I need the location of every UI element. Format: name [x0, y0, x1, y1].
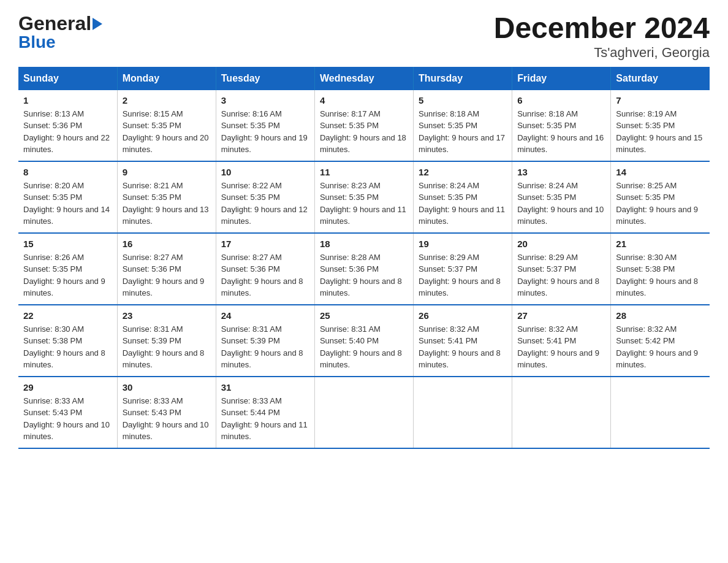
calendar-day-cell: 4 Sunrise: 8:17 AM Sunset: 5:35 PM Dayli… — [314, 90, 413, 161]
logo-blue-text: Blue — [18, 33, 102, 52]
day-number: 22 — [23, 310, 112, 321]
day-info: Sunrise: 8:31 AM Sunset: 5:39 PM Dayligh… — [221, 323, 309, 371]
day-info: Sunrise: 8:18 AM Sunset: 5:35 PM Dayligh… — [419, 108, 507, 156]
day-of-week-header: Monday — [117, 67, 216, 90]
calendar-day-cell: 30 Sunrise: 8:33 AM Sunset: 5:43 PM Dayl… — [117, 377, 216, 448]
day-of-week-header: Thursday — [414, 67, 512, 90]
day-info: Sunrise: 8:24 AM Sunset: 5:35 PM Dayligh… — [517, 180, 605, 228]
day-info: Sunrise: 8:21 AM Sunset: 5:35 PM Dayligh… — [123, 180, 211, 228]
day-number: 18 — [320, 239, 408, 249]
day-info: Sunrise: 8:15 AM Sunset: 5:35 PM Dayligh… — [123, 108, 211, 156]
calendar-day-cell: 14 Sunrise: 8:25 AM Sunset: 5:35 PM Dayl… — [611, 161, 710, 233]
day-number: 7 — [616, 95, 705, 105]
day-of-week-header: Saturday — [611, 67, 710, 90]
calendar-day-cell: 21 Sunrise: 8:30 AM Sunset: 5:38 PM Dayl… — [611, 233, 710, 305]
day-of-week-header: Tuesday — [216, 67, 314, 90]
day-number: 19 — [419, 239, 507, 249]
day-number: 31 — [221, 382, 309, 393]
day-info: Sunrise: 8:30 AM Sunset: 5:38 PM Dayligh… — [616, 251, 705, 299]
day-number: 3 — [221, 95, 309, 105]
logo-arrow-icon — [93, 18, 102, 30]
day-info: Sunrise: 8:23 AM Sunset: 5:35 PM Dayligh… — [320, 180, 408, 228]
calendar-week-row: 22 Sunrise: 8:30 AM Sunset: 5:38 PM Dayl… — [18, 305, 710, 377]
calendar-day-cell — [512, 377, 611, 448]
calendar-day-cell: 15 Sunrise: 8:26 AM Sunset: 5:35 PM Dayl… — [18, 233, 117, 305]
calendar-day-cell: 25 Sunrise: 8:31 AM Sunset: 5:40 PM Dayl… — [314, 305, 413, 377]
calendar-day-cell — [414, 377, 512, 448]
calendar-day-cell: 1 Sunrise: 8:13 AM Sunset: 5:36 PM Dayli… — [18, 90, 117, 161]
day-number: 24 — [221, 310, 309, 321]
calendar-week-row: 15 Sunrise: 8:26 AM Sunset: 5:35 PM Dayl… — [18, 233, 710, 305]
day-number: 29 — [23, 382, 112, 393]
logo-general-text: General — [18, 12, 91, 35]
calendar-title: December 2024 — [494, 12, 710, 45]
day-number: 23 — [123, 310, 211, 321]
day-number: 17 — [221, 239, 309, 249]
calendar-day-cell: 31 Sunrise: 8:33 AM Sunset: 5:44 PM Dayl… — [216, 377, 314, 448]
day-info: Sunrise: 8:19 AM Sunset: 5:35 PM Dayligh… — [616, 108, 705, 156]
day-number: 4 — [320, 95, 408, 105]
calendar-day-cell: 29 Sunrise: 8:33 AM Sunset: 5:43 PM Dayl… — [18, 377, 117, 448]
day-number: 5 — [419, 95, 507, 105]
day-info: Sunrise: 8:32 AM Sunset: 5:41 PM Dayligh… — [419, 323, 507, 371]
day-number: 25 — [320, 310, 408, 321]
day-number: 13 — [517, 167, 605, 177]
day-number: 16 — [123, 239, 211, 249]
calendar-day-cell: 11 Sunrise: 8:23 AM Sunset: 5:35 PM Dayl… — [314, 161, 413, 233]
day-info: Sunrise: 8:22 AM Sunset: 5:35 PM Dayligh… — [221, 180, 309, 228]
day-number: 2 — [123, 95, 211, 105]
day-info: Sunrise: 8:29 AM Sunset: 5:37 PM Dayligh… — [419, 251, 507, 299]
calendar-day-cell: 7 Sunrise: 8:19 AM Sunset: 5:35 PM Dayli… — [611, 90, 710, 161]
calendar-day-cell: 9 Sunrise: 8:21 AM Sunset: 5:35 PM Dayli… — [117, 161, 216, 233]
day-number: 20 — [517, 239, 605, 249]
calendar-day-cell: 6 Sunrise: 8:18 AM Sunset: 5:35 PM Dayli… — [512, 90, 611, 161]
calendar-header-row: SundayMondayTuesdayWednesdayThursdayFrid… — [18, 67, 710, 90]
day-info: Sunrise: 8:32 AM Sunset: 5:42 PM Dayligh… — [616, 323, 705, 371]
day-info: Sunrise: 8:20 AM Sunset: 5:35 PM Dayligh… — [23, 180, 112, 228]
day-number: 11 — [320, 167, 408, 177]
day-number: 8 — [23, 167, 112, 177]
day-info: Sunrise: 8:28 AM Sunset: 5:36 PM Dayligh… — [320, 251, 408, 299]
day-info: Sunrise: 8:32 AM Sunset: 5:41 PM Dayligh… — [517, 323, 605, 371]
calendar-day-cell: 13 Sunrise: 8:24 AM Sunset: 5:35 PM Dayl… — [512, 161, 611, 233]
calendar-day-cell: 19 Sunrise: 8:29 AM Sunset: 5:37 PM Dayl… — [414, 233, 512, 305]
day-info: Sunrise: 8:33 AM Sunset: 5:43 PM Dayligh… — [123, 395, 211, 443]
day-of-week-header: Sunday — [18, 67, 117, 90]
day-info: Sunrise: 8:31 AM Sunset: 5:40 PM Dayligh… — [320, 323, 408, 371]
day-info: Sunrise: 8:27 AM Sunset: 5:36 PM Dayligh… — [221, 251, 309, 299]
day-info: Sunrise: 8:13 AM Sunset: 5:36 PM Dayligh… — [23, 108, 112, 156]
day-info: Sunrise: 8:25 AM Sunset: 5:35 PM Dayligh… — [616, 180, 705, 228]
calendar-day-cell: 17 Sunrise: 8:27 AM Sunset: 5:36 PM Dayl… — [216, 233, 314, 305]
calendar-day-cell — [314, 377, 413, 448]
day-info: Sunrise: 8:27 AM Sunset: 5:36 PM Dayligh… — [123, 251, 211, 299]
day-info: Sunrise: 8:33 AM Sunset: 5:43 PM Dayligh… — [23, 395, 112, 443]
day-info: Sunrise: 8:29 AM Sunset: 5:37 PM Dayligh… — [517, 251, 605, 299]
calendar-week-row: 1 Sunrise: 8:13 AM Sunset: 5:36 PM Dayli… — [18, 90, 710, 161]
day-info: Sunrise: 8:26 AM Sunset: 5:35 PM Dayligh… — [23, 251, 112, 299]
day-info: Sunrise: 8:33 AM Sunset: 5:44 PM Dayligh… — [221, 395, 309, 443]
calendar-day-cell: 8 Sunrise: 8:20 AM Sunset: 5:35 PM Dayli… — [18, 161, 117, 233]
day-info: Sunrise: 8:31 AM Sunset: 5:39 PM Dayligh… — [123, 323, 211, 371]
day-number: 9 — [123, 167, 211, 177]
calendar-day-cell: 23 Sunrise: 8:31 AM Sunset: 5:39 PM Dayl… — [117, 305, 216, 377]
day-number: 27 — [517, 310, 605, 321]
day-number: 14 — [616, 167, 705, 177]
day-info: Sunrise: 8:17 AM Sunset: 5:35 PM Dayligh… — [320, 108, 408, 156]
calendar-day-cell: 20 Sunrise: 8:29 AM Sunset: 5:37 PM Dayl… — [512, 233, 611, 305]
calendar-title-section: December 2024 Ts'aghveri, Georgia — [494, 12, 710, 61]
calendar-day-cell: 28 Sunrise: 8:32 AM Sunset: 5:42 PM Dayl… — [611, 305, 710, 377]
calendar-day-cell: 24 Sunrise: 8:31 AM Sunset: 5:39 PM Dayl… — [216, 305, 314, 377]
calendar-day-cell: 10 Sunrise: 8:22 AM Sunset: 5:35 PM Dayl… — [216, 161, 314, 233]
day-number: 21 — [616, 239, 705, 249]
day-number: 28 — [616, 310, 705, 321]
day-info: Sunrise: 8:24 AM Sunset: 5:35 PM Dayligh… — [419, 180, 507, 228]
calendar-subtitle: Ts'aghveri, Georgia — [494, 45, 710, 61]
day-number: 10 — [221, 167, 309, 177]
day-info: Sunrise: 8:18 AM Sunset: 5:35 PM Dayligh… — [517, 108, 605, 156]
calendar-day-cell: 27 Sunrise: 8:32 AM Sunset: 5:41 PM Dayl… — [512, 305, 611, 377]
calendar-day-cell: 5 Sunrise: 8:18 AM Sunset: 5:35 PM Dayli… — [414, 90, 512, 161]
day-info: Sunrise: 8:30 AM Sunset: 5:38 PM Dayligh… — [23, 323, 112, 371]
logo: General Blue — [18, 12, 102, 52]
calendar-day-cell: 16 Sunrise: 8:27 AM Sunset: 5:36 PM Dayl… — [117, 233, 216, 305]
calendar-day-cell: 26 Sunrise: 8:32 AM Sunset: 5:41 PM Dayl… — [414, 305, 512, 377]
